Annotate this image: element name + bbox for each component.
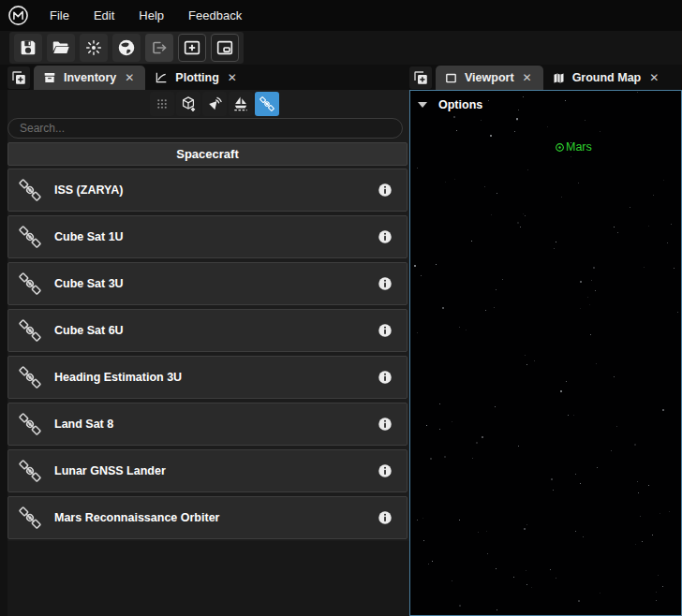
star [444, 456, 446, 458]
spacecraft-label: Cube Sat 3U [54, 277, 377, 290]
globe-icon [116, 37, 137, 58]
info-button[interactable] [377, 462, 393, 479]
star [439, 429, 440, 430]
save-icon [18, 37, 38, 58]
spacecraft-row-cubesat-1u[interactable]: Cube Sat 1U [7, 215, 408, 258]
open-folder-icon [51, 37, 71, 58]
star [591, 280, 592, 281]
planet-marker-icon [555, 142, 565, 153]
line-chart-icon [154, 70, 169, 85]
viewport-options-dropdown[interactable]: Options [418, 98, 482, 111]
star [565, 100, 566, 101]
menu-edit[interactable]: Edit [94, 8, 114, 22]
spacecraft-row-cubesat-6u[interactable]: Cube Sat 6U [7, 309, 408, 352]
star [547, 126, 548, 127]
spacecraft-row-heading-estimation[interactable]: Heading Estimation 3U [7, 356, 408, 399]
info-button[interactable] [377, 182, 393, 198]
tab-inventory-label: Inventory [64, 71, 116, 84]
menu-file[interactable]: File [50, 8, 69, 22]
star [466, 330, 467, 330]
star [471, 241, 472, 242]
map-icon [552, 71, 566, 85]
sun-brightness-button[interactable] [80, 34, 108, 62]
vessel-button[interactable] [229, 92, 253, 116]
star [526, 364, 527, 365]
globe-button[interactable] [112, 34, 141, 62]
star [550, 569, 551, 570]
star [662, 586, 663, 587]
satellite-icon [14, 221, 46, 253]
star [554, 248, 555, 249]
tab-plotting[interactable]: Plotting ✕ [145, 66, 248, 90]
menu-feedback[interactable]: Feedback [188, 8, 242, 22]
star [452, 580, 452, 581]
satellite-icon [14, 408, 46, 440]
menu-help[interactable]: Help [139, 8, 164, 22]
viewport-options-label: Options [438, 98, 482, 111]
info-button[interactable] [377, 369, 393, 386]
star [667, 242, 668, 243]
star [653, 195, 654, 196]
add-frame-button[interactable] [178, 34, 206, 62]
star [583, 536, 584, 537]
star [426, 425, 427, 426]
grid-view-button[interactable] [150, 92, 174, 116]
spacecraft-row-iss[interactable]: ISS (ZARYA) [7, 169, 408, 212]
info-button[interactable] [377, 275, 393, 292]
spacecraft-row-mro[interactable]: Mars Reconnaissance Orbiter [7, 496, 408, 539]
star [497, 193, 497, 194]
info-button[interactable] [377, 416, 393, 433]
star [516, 119, 518, 121]
tab-viewport-close-icon[interactable]: ✕ [521, 71, 534, 84]
content-area: Spacecraft ISS (ZARYA) Cube Sat [0, 90, 682, 616]
spacecraft-label: Cube Sat 1U [54, 230, 377, 243]
tab-ground-map-close-icon[interactable]: ✕ [647, 71, 660, 84]
info-button[interactable] [377, 322, 393, 339]
star [513, 577, 514, 578]
spacecraft-tool-button[interactable] [255, 92, 279, 116]
star [551, 478, 553, 480]
star [494, 307, 495, 308]
star [417, 168, 418, 169]
star [488, 100, 489, 101]
viewport-canvas[interactable]: Options Mars [409, 90, 682, 616]
toolbar-row [0, 31, 682, 65]
star [482, 436, 483, 438]
star [436, 264, 437, 265]
left-tab-group: Inventory ✕ Plotting ✕ [7, 65, 248, 90]
add-object-button[interactable] [176, 92, 200, 116]
add-tab-button-right[interactable] [409, 66, 432, 89]
star [459, 605, 461, 607]
star [590, 334, 591, 335]
star [580, 281, 582, 283]
mars-object[interactable]: Mars [555, 140, 592, 154]
star [617, 232, 618, 233]
antenna-button[interactable] [202, 92, 227, 116]
star [616, 426, 617, 427]
star [648, 485, 649, 486]
spacecraft-row-cubesat-3u[interactable]: Cube Sat 3U [7, 262, 408, 305]
export-button[interactable] [145, 34, 173, 62]
tab-plotting-close-icon[interactable]: ✕ [226, 71, 239, 84]
open-folder-button[interactable] [47, 34, 75, 62]
spacecraft-row-lunar-gnss[interactable]: Lunar GNSS Lander [7, 449, 408, 492]
star [630, 207, 630, 208]
tab-ground-map[interactable]: Ground Map ✕ [543, 66, 671, 90]
info-button[interactable] [377, 509, 393, 526]
display-button[interactable] [211, 34, 239, 62]
info-button[interactable] [377, 228, 393, 245]
star [589, 304, 590, 305]
star [421, 275, 422, 276]
star [534, 360, 535, 361]
tab-viewport[interactable]: Viewport ✕ [436, 66, 543, 90]
star [656, 600, 657, 601]
add-tab-button-left[interactable] [7, 66, 30, 89]
star [526, 524, 527, 525]
search-input[interactable] [7, 118, 403, 139]
spacecraft-row-landsat-8[interactable]: Land Sat 8 [7, 403, 408, 446]
star [614, 227, 615, 227]
archive-box-icon [42, 70, 57, 85]
tab-inventory[interactable]: Inventory ✕ [34, 66, 145, 90]
tab-inventory-close-icon[interactable]: ✕ [123, 71, 136, 84]
save-button[interactable] [14, 34, 42, 62]
